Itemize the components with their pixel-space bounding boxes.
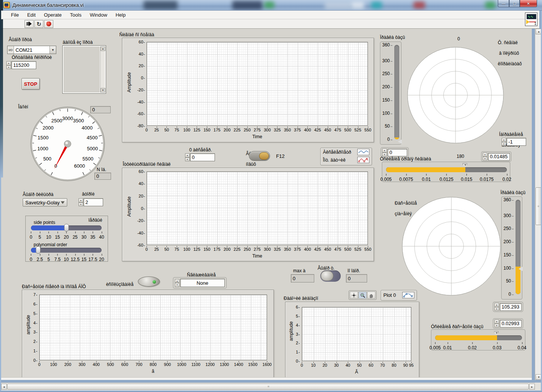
accelerometer-line-icon[interactable] bbox=[357, 149, 369, 155]
run-button[interactable] bbox=[25, 20, 34, 28]
menu-item-file[interactable]: File bbox=[7, 11, 23, 19]
phase1-field[interactable]: 0 bbox=[388, 149, 407, 156]
filter-dropdown[interactable]: Savetzky-Golay bbox=[23, 198, 67, 207]
run-continuous-button[interactable]: ↻ bbox=[34, 20, 43, 28]
work-legend-line-icon[interactable] bbox=[402, 292, 414, 298]
gain2-control[interactable]: ▲▼ 0.02993 bbox=[493, 318, 523, 329]
order-spinner[interactable]: ▲▼ bbox=[79, 198, 83, 206]
hscroll-thumb[interactable]: ≡ bbox=[7, 384, 529, 390]
poly-order-slider[interactable] bbox=[31, 248, 102, 253]
gain1-track[interactable] bbox=[386, 167, 507, 172]
legend-accelerometer-label[interactable]: Àêñåëåðîìåòð bbox=[323, 150, 351, 155]
direction-spinner[interactable]: ▲▼ bbox=[502, 138, 506, 146]
cursor-tool-button[interactable] bbox=[350, 292, 358, 299]
use-signal-toggle[interactable] bbox=[138, 276, 160, 287]
gain1-pointer[interactable] bbox=[463, 163, 467, 167]
gain1-spinner[interactable]: ▲▼ bbox=[483, 153, 487, 161]
legend-optical-label[interactable]: Îïò. äàò÷èê bbox=[323, 157, 346, 163]
gain2-spinner[interactable]: ▲▼ bbox=[494, 319, 499, 327]
phase1-spinner[interactable]: ▲▼ bbox=[382, 148, 387, 156]
side-points-slider[interactable] bbox=[31, 225, 102, 230]
abort-button[interactable] bbox=[44, 20, 53, 28]
new-data-toggle[interactable] bbox=[249, 151, 270, 161]
scroll-up-icon[interactable]: ▲ bbox=[100, 46, 105, 51]
scale-tick: 20 bbox=[99, 257, 104, 262]
smoothing-field[interactable]: None bbox=[180, 279, 225, 287]
y-tick: 60 bbox=[139, 40, 145, 44]
order-field[interactable]: 2 bbox=[83, 198, 103, 206]
y-tick: -60 bbox=[137, 243, 145, 247]
menu-item-window[interactable]: Window bbox=[86, 11, 111, 19]
smoothing-control[interactable]: ▲▼ None bbox=[173, 277, 227, 289]
x-tick: 0 bbox=[145, 247, 148, 252]
vi-window: Динамическая балансировка.vi — ▢ ✕ FileE… bbox=[0, 0, 542, 392]
scale-tick: 0.02 bbox=[468, 345, 477, 350]
phase2-field[interactable]: 105.293 bbox=[500, 303, 522, 311]
gain1-label: Óñèëåíèå óðîâíÿ ñèãíàëà bbox=[380, 156, 431, 162]
window-title: Динамическая балансировка.vi bbox=[12, 2, 84, 8]
order-control[interactable]: ▲▼ 2 bbox=[79, 198, 103, 206]
minimize-button[interactable]: — bbox=[498, 0, 509, 7]
rpm-gauge[interactable]: 0500100015002000250030003500400045005000… bbox=[29, 105, 106, 182]
port-data-scrollbar[interactable]: ▲ ▼ bbox=[100, 46, 105, 93]
aksel-spinner[interactable]: ▲▼ bbox=[185, 153, 190, 161]
menu-item-help[interactable]: Help bbox=[111, 11, 130, 19]
scroll-down-icon[interactable]: ▼ bbox=[100, 88, 105, 93]
graph-filtered-plot bbox=[147, 171, 368, 245]
scroll-left-icon[interactable]: ◄ bbox=[1, 384, 7, 390]
poly-order-knob[interactable] bbox=[36, 246, 40, 254]
port-label: Âûáîð ïîðòà bbox=[9, 37, 32, 42]
work-legend-label[interactable]: Plot 0 bbox=[383, 292, 396, 298]
x-tick: 150 bbox=[204, 128, 210, 132]
maximize-button[interactable]: ▢ bbox=[509, 0, 520, 7]
chevron-down-icon[interactable]: ▼ bbox=[49, 46, 56, 54]
menu-item-tools[interactable]: Tools bbox=[66, 11, 85, 19]
speed-field[interactable]: 115200 bbox=[11, 61, 36, 69]
phase2-label: Ïðàâêà ôàçû bbox=[500, 190, 525, 195]
phase2-slider[interactable]: 360300250200150100500 bbox=[501, 196, 522, 299]
x-tick: 150 bbox=[204, 247, 210, 252]
close-button[interactable]: ✕ bbox=[520, 0, 537, 7]
scroll-right-icon[interactable]: ► bbox=[529, 384, 535, 390]
gain2-field[interactable]: 0.02993 bbox=[500, 320, 522, 327]
gain1-control[interactable]: ▲▼ 0.01485 bbox=[481, 151, 511, 162]
gain1-field[interactable]: 0.01485 bbox=[488, 153, 510, 161]
com-port-combo[interactable]: I/O COM21 ▼ bbox=[7, 46, 56, 54]
optical-line-icon[interactable] bbox=[357, 157, 369, 163]
phase1-slider[interactable]: 360300250200150100500 bbox=[380, 42, 401, 145]
pan-tool-button[interactable] bbox=[367, 292, 375, 299]
gain2-track[interactable] bbox=[435, 335, 522, 340]
stop-button[interactable]: STOP bbox=[22, 78, 40, 90]
direction-control[interactable]: ▲▼ -1 bbox=[502, 138, 526, 146]
svg-text:1500: 1500 bbox=[38, 135, 49, 140]
aksel-control[interactable]: ▲▼ 0 bbox=[185, 153, 215, 161]
x-tick: 100 bbox=[183, 128, 190, 132]
scale-tick: 5 bbox=[39, 235, 41, 240]
phase1-control[interactable]: ▲▼ 0 bbox=[381, 147, 409, 157]
gain1-slider[interactable]: 0.0050.00750.010.01250.0150.01750.02 bbox=[382, 162, 510, 182]
aksel-field[interactable]: 0 bbox=[190, 153, 215, 161]
zoom-tool-button[interactable] bbox=[358, 292, 367, 299]
speed-spinner[interactable]: ▲▼ bbox=[6, 61, 11, 69]
port-data-box[interactable]: ▲ ▼ bbox=[62, 45, 106, 94]
horizontal-scrollbar[interactable]: ◄ ≡ ► bbox=[1, 383, 535, 390]
gain2-slider[interactable]: 0.0050.010.020.030.04 bbox=[431, 329, 525, 350]
vi-icon-badge[interactable]: 1 bbox=[525, 12, 537, 26]
desktop-blob bbox=[325, 1, 351, 9]
speed-control[interactable]: ▲▼ 115200 bbox=[6, 61, 36, 69]
phase2-track[interactable] bbox=[516, 200, 520, 294]
select-t-toggle[interactable] bbox=[320, 270, 341, 282]
scale-tick: 300 bbox=[503, 213, 514, 218]
gain2-pointer[interactable] bbox=[494, 331, 499, 335]
phase2-control[interactable]: ▲▼ 105.293 bbox=[493, 302, 523, 312]
scale-tick: 0.005 bbox=[380, 177, 392, 182]
menu-item-edit[interactable]: Edit bbox=[23, 11, 40, 19]
side-points-knob[interactable] bbox=[64, 224, 69, 231]
phase1-handle[interactable] bbox=[398, 139, 402, 144]
y-tick: -20 bbox=[137, 218, 145, 223]
menu-item-operate[interactable]: Operate bbox=[40, 11, 66, 19]
direction-field[interactable]: -1 bbox=[506, 138, 526, 146]
phase1-track[interactable] bbox=[394, 45, 399, 139]
smoothing-spinner[interactable]: ▲▼ bbox=[175, 279, 179, 287]
phase2-spinner[interactable]: ▲▼ bbox=[494, 303, 499, 311]
